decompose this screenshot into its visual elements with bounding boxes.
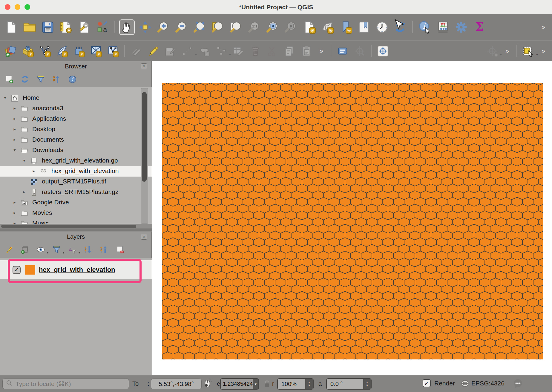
dropdown-arrow-icon[interactable]: ▾	[253, 379, 258, 389]
toggle-editing-button[interactable]	[129, 44, 143, 58]
digitize-segment-button[interactable]: ▾	[180, 44, 194, 58]
tree-item-hex-grid-with-elevation-gp[interactable]: ▾hex_grid_with_elevation.gp	[0, 156, 152, 166]
collapse-arrow-icon[interactable]: ▾	[12, 148, 17, 152]
cut-features-button[interactable]	[265, 44, 280, 58]
coordinate-input[interactable]: 5.53°,-43.98°	[151, 379, 202, 389]
close-icon[interactable]: ×	[141, 234, 147, 240]
zoom-full-extent-button[interactable]	[192, 19, 208, 35]
collapse-all-button[interactable]	[52, 74, 61, 84]
collapse-all-button[interactable]	[99, 245, 109, 254]
dropdown-arrow-icon[interactable]: ▾	[63, 251, 64, 254]
expand-arrow-icon[interactable]: ▸	[12, 127, 17, 131]
collapse-arrow-icon[interactable]: ▾	[22, 158, 27, 163]
open-layer-styling-button[interactable]	[4, 245, 14, 254]
new-shapefile-layer-button[interactable]: ✳	[38, 44, 52, 58]
new-spatialite-layer-button[interactable]: ✳	[89, 44, 103, 58]
expand-arrow-icon[interactable]: ▸	[12, 137, 17, 142]
temporal-controller-button[interactable]	[374, 19, 390, 35]
filter-legend-button[interactable]: ▾	[52, 245, 61, 254]
highlight-pinned-labels-button[interactable]	[376, 44, 390, 58]
processing-toolbox-button[interactable]	[453, 19, 469, 35]
expand-arrow-icon[interactable]: ▸	[12, 210, 17, 215]
new-geopackage-layer-button[interactable]: ✳	[21, 44, 35, 58]
new-temporary-scratch-layer-button[interactable]: ✳	[55, 44, 69, 58]
lock-icon[interactable]	[262, 379, 271, 390]
toolbar-overflow-icon[interactable]: »	[502, 44, 512, 58]
expand-arrow-icon[interactable]: ▸	[31, 169, 36, 173]
zoom-last-button[interactable]	[265, 19, 280, 35]
locator-search-input[interactable]: Type to locate (⌘K)	[2, 378, 129, 389]
magnifier-spinbox[interactable]: 100% ▲▼	[277, 378, 314, 390]
show-layout-manager-button[interactable]	[76, 19, 92, 35]
dropdown-arrow-icon[interactable]: ▾	[79, 251, 80, 254]
data-source-manager-button[interactable]	[4, 44, 18, 58]
expand-all-button[interactable]	[83, 245, 93, 254]
dropdown-arrow-icon[interactable]: ▾	[47, 251, 48, 254]
dropdown-arrow-icon[interactable]: ▾	[229, 53, 231, 57]
filter-browser-button[interactable]	[36, 74, 45, 84]
new-mesh-layer-button[interactable]: ✳	[72, 44, 86, 58]
dropdown-arrow-icon[interactable]: ▾	[195, 53, 197, 57]
expand-arrow-icon[interactable]: ▸	[12, 116, 17, 121]
new-project-button[interactable]	[4, 19, 19, 35]
statistical-summary-button[interactable]	[435, 19, 451, 35]
messages-icon[interactable]	[513, 378, 523, 391]
render-checkbox[interactable]: ✓	[423, 379, 431, 387]
tree-item-downloads[interactable]: ▾Downloads	[0, 145, 152, 156]
mouse-position-icon[interactable]	[203, 379, 212, 390]
modify-attributes-button[interactable]	[231, 44, 246, 58]
scale-combobox[interactable]: 1:23485424 ▾	[220, 378, 259, 390]
paste-features-button[interactable]	[299, 44, 314, 58]
crs-status-button[interactable]: EPSG:4326	[471, 380, 505, 387]
render-toggle[interactable]: ✓ Render	[423, 379, 455, 387]
spinner-buttons-icon[interactable]: ▲▼	[363, 379, 371, 389]
show-spatial-bookmarks-button[interactable]	[356, 19, 372, 35]
new-spatial-bookmark-button[interactable]: ✳	[338, 19, 353, 35]
add-polygon-feature-button[interactable]: ✳	[197, 44, 211, 58]
layer-visibility-checkbox[interactable]: ✓	[13, 266, 21, 274]
browser-vertical-scrollbar[interactable]	[141, 88, 148, 224]
new-virtual-layer-button[interactable]: ✳	[106, 44, 120, 58]
zoom-in-button[interactable]	[156, 19, 171, 35]
tree-item-applications[interactable]: ▸Applications	[0, 114, 152, 124]
labeling-options-button[interactable]	[335, 44, 350, 58]
toolbar-overflow-icon[interactable]: »	[538, 44, 548, 58]
dropdown-arrow-icon[interactable]: ▾	[536, 53, 538, 57]
tree-item-movies[interactable]: ▸Movies	[0, 208, 152, 218]
tree-item-home[interactable]: ▾Home	[0, 93, 152, 103]
move-label-button[interactable]: ▾	[485, 44, 499, 58]
new-print-layout-button[interactable]	[58, 19, 74, 35]
zoom-native-button[interactable]: 1:1	[247, 19, 262, 35]
toolbar-overflow-icon[interactable]: »	[538, 19, 548, 35]
tree-item-documents[interactable]: ▸Documents	[0, 135, 152, 145]
zoom-to-layer-button[interactable]	[229, 19, 244, 35]
tree-item-hex-grid-with-elevation[interactable]: ▸hex_grid_with_elevation	[0, 166, 152, 177]
add-group-button[interactable]	[20, 245, 30, 254]
rotation-spinbox[interactable]: 0.0 ° ▲▼	[326, 378, 372, 390]
new-map-view-button[interactable]: ✳	[301, 19, 317, 35]
layer-item-hex-grid-with-elevation[interactable]: ✓hex_grid_with_elevation	[0, 260, 152, 279]
tree-item-output-srtm15plus-tif[interactable]: output_SRTM15Plus.tif	[0, 177, 152, 187]
refresh-button[interactable]	[20, 74, 30, 84]
expand-arrow-icon[interactable]: ▸	[12, 221, 17, 224]
tree-item-desktop[interactable]: ▸Desktop	[0, 124, 152, 135]
zoom-out-button[interactable]	[174, 19, 189, 35]
dropdown-arrow-icon[interactable]: ▾	[500, 53, 502, 57]
identify-features-button[interactable]: i	[417, 19, 433, 35]
expand-arrow-icon[interactable]: ▸	[22, 189, 27, 194]
add-selected-layer-button[interactable]	[4, 74, 14, 84]
browser-horizontal-scrollbar[interactable]	[0, 224, 152, 229]
close-icon[interactable]: ×	[141, 63, 147, 69]
remove-layer-button[interactable]	[115, 245, 125, 254]
select-features-button[interactable]: ▾	[521, 44, 536, 58]
spinner-buttons-icon[interactable]: ▲▼	[305, 379, 313, 389]
vertex-tool-button[interactable]: ▾	[214, 44, 229, 58]
sum-statistics-button[interactable]: Σ	[472, 19, 487, 35]
copy-features-button[interactable]	[282, 44, 297, 58]
open-project-button[interactable]	[22, 19, 37, 35]
map-canvas[interactable]	[152, 61, 552, 375]
manage-map-themes-button[interactable]: ▾	[36, 245, 45, 254]
new-3d-map-view-button[interactable]: ✳	[320, 19, 335, 35]
filter-expression-button[interactable]: ε▾	[68, 245, 77, 254]
expand-arrow-icon[interactable]: ▸	[12, 106, 17, 111]
